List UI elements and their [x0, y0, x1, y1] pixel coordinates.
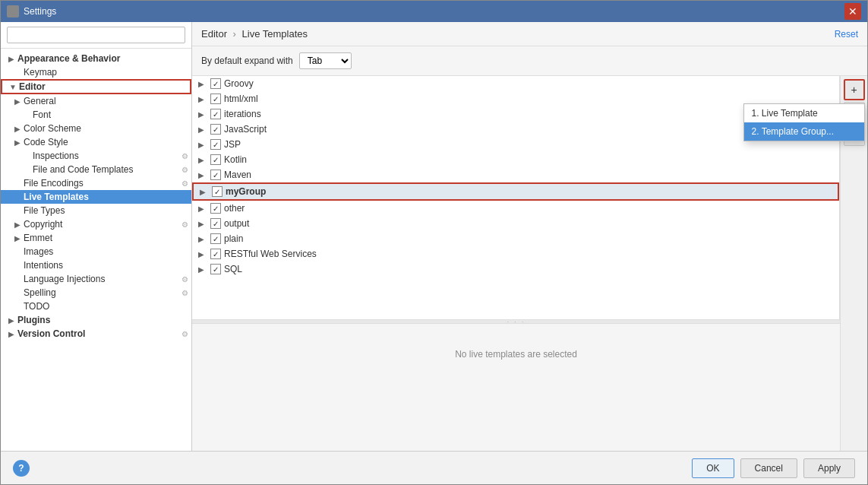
cancel-button[interactable]: Cancel — [740, 458, 797, 478]
template-checkbox-htmlxml[interactable] — [210, 94, 221, 104]
template-name: Groovy — [224, 78, 254, 89]
sidebar-item-plugins[interactable]: ▶ Plugins — [1, 313, 191, 327]
expand-label: By default expand with — [201, 55, 293, 66]
template-item-jsp[interactable]: ▶ JSP — [192, 137, 839, 152]
expand-icon — [13, 261, 22, 270]
sidebar-item-inspections[interactable]: Inspections ⚙ — [1, 149, 191, 163]
template-name: Maven — [224, 170, 251, 180]
template-checkbox-sql[interactable] — [210, 264, 221, 274]
sidebar-item-copyright[interactable]: ▶ Copyright ⚙ — [1, 217, 191, 231]
template-item-output[interactable]: ▶ output — [192, 216, 839, 231]
expand-icon: ▶ — [198, 220, 209, 228]
sidebar-item-versioncontrol[interactable]: ▶ Version Control ⚙ — [1, 327, 191, 341]
template-item-htmlxml[interactable]: ▶ html/xml — [192, 91, 839, 106]
ok-button[interactable]: OK — [692, 458, 734, 478]
template-name: JavaScript — [224, 124, 267, 135]
sidebar-item-images[interactable]: Images — [1, 245, 191, 258]
titlebar: Settings ✕ — [1, 1, 867, 22]
sidebar-item-filetypes[interactable]: File Types — [1, 204, 191, 217]
template-checkbox-other[interactable] — [210, 203, 221, 214]
breadcrumb-sep: › — [233, 28, 236, 40]
breadcrumb-page: Live Templates — [242, 28, 308, 40]
tree-area: ▶ Appearance & Behavior Keymap ▼ Editor … — [1, 49, 191, 451]
template-name: RESTful Web Services — [224, 249, 317, 259]
expand-icon — [22, 151, 31, 160]
template-checkbox-groovy[interactable] — [210, 78, 221, 89]
sidebar-label: Editor — [19, 81, 46, 92]
sidebar-label: Code Style — [24, 137, 68, 147]
sidebar-label: Appearance & Behavior — [17, 53, 120, 64]
expand-icon — [13, 274, 22, 284]
sidebar-label: Font — [33, 109, 51, 120]
sidebar-item-keymap[interactable]: Keymap — [1, 65, 191, 79]
expand-icon — [13, 68, 22, 77]
template-checkbox-kotlin[interactable] — [210, 154, 221, 165]
sidebar-item-intentions[interactable]: Intentions — [1, 258, 191, 272]
sidebar-label: File Encodings — [24, 178, 84, 189]
sidebar-item-fileandcode[interactable]: File and Code Templates ⚙ — [1, 163, 191, 176]
sidebar-label: Keymap — [24, 67, 57, 78]
search-input[interactable] — [7, 27, 185, 43]
template-name: plain — [224, 233, 243, 244]
expand-icon: ▶ — [13, 233, 22, 242]
sidebar-item-editor[interactable]: ▼ Editor — [1, 79, 191, 94]
apply-button[interactable]: Apply — [803, 458, 855, 478]
template-item-iterations[interactable]: ▶ iterations — [192, 106, 839, 122]
expand-icon: ▶ — [198, 235, 209, 243]
template-checkbox-output[interactable] — [210, 218, 221, 229]
sidebar-item-languageinjections[interactable]: Language Injections ⚙ — [1, 272, 191, 286]
sidebar-item-appearance[interactable]: ▶ Appearance & Behavior — [1, 52, 191, 65]
template-item-other[interactable]: ▶ other — [192, 201, 839, 216]
template-item-maven[interactable]: ▶ Maven — [192, 167, 839, 182]
template-checkbox-javascript[interactable] — [210, 124, 221, 135]
sidebar-label: Version Control — [17, 328, 85, 339]
template-checkbox-plain[interactable] — [210, 233, 221, 244]
reset-button[interactable]: Reset — [835, 29, 858, 40]
dialog-body: ▶ Appearance & Behavior Keymap ▼ Editor … — [1, 22, 867, 451]
template-checkbox-mygroup[interactable] — [212, 186, 223, 197]
dropdown-item-template-group[interactable]: 2. Template Group... — [744, 122, 864, 141]
template-item-groovy[interactable]: ▶ Groovy — [192, 76, 839, 91]
template-item-sql[interactable]: ▶ SQL — [192, 262, 839, 277]
sidebar-label: Spelling — [24, 287, 56, 298]
expand-icon: ▶ — [198, 204, 209, 213]
sidebar-item-colorscheme[interactable]: ▶ Color Scheme — [1, 122, 191, 135]
settings-icon: ⚙ — [181, 220, 188, 229]
search-box — [1, 22, 191, 49]
template-checkbox-maven[interactable] — [210, 170, 221, 180]
template-item-mygroup[interactable]: ▶ myGroup — [192, 182, 839, 201]
expand-icon — [13, 179, 22, 188]
dropdown-item-live-template[interactable]: 1. Live Template — [744, 104, 864, 122]
settings-icon: ⚙ — [181, 152, 188, 160]
template-item-kotlin[interactable]: ▶ Kotlin — [192, 152, 839, 167]
sidebar-item-todo[interactable]: TODO — [1, 300, 191, 313]
sidebar-item-general[interactable]: ▶ General — [1, 94, 191, 108]
template-item-javascript[interactable]: ▶ JavaScript — [192, 122, 839, 137]
template-checkbox-jsp[interactable] — [210, 139, 221, 150]
expand-icon: ▶ — [7, 329, 16, 338]
expand-icon: ▶ — [7, 54, 16, 63]
template-item-restful[interactable]: ▶ RESTful Web Services — [192, 246, 839, 262]
sidebar-item-spelling[interactable]: Spelling ⚙ — [1, 286, 191, 300]
close-button[interactable]: ✕ — [844, 3, 861, 20]
expand-icon: ▼ — [8, 82, 17, 91]
add-template-button[interactable]: + — [844, 79, 865, 100]
settings-icon: ⚙ — [181, 330, 188, 338]
expand-icon: ▶ — [198, 265, 209, 274]
expand-icon — [13, 288, 22, 297]
settings-icon: ⚙ — [181, 166, 188, 174]
template-item-plain[interactable]: ▶ plain — [192, 231, 839, 246]
sidebar-item-emmet[interactable]: ▶ Emmet — [1, 231, 191, 245]
settings-window: Settings ✕ ▶ Appearance & Behavior Keyma… — [0, 0, 868, 485]
sidebar-item-livetemplates[interactable]: Live Templates — [1, 190, 191, 204]
help-button[interactable]: ? — [13, 460, 30, 477]
sidebar-item-codestyle[interactable]: ▶ Code Style — [1, 135, 191, 149]
bottom-section: No live templates are selected — [192, 324, 840, 385]
expand-select[interactable]: Tab Enter Space — [299, 52, 352, 69]
settings-icon: ⚙ — [181, 179, 188, 188]
sidebar-item-fileencodings[interactable]: File Encodings ⚙ — [1, 176, 191, 190]
template-checkbox-iterations[interactable] — [210, 109, 221, 119]
template-checkbox-restful[interactable] — [210, 249, 221, 259]
sidebar-item-font[interactable]: Font — [1, 108, 191, 122]
sidebar-label: Plugins — [17, 315, 50, 325]
